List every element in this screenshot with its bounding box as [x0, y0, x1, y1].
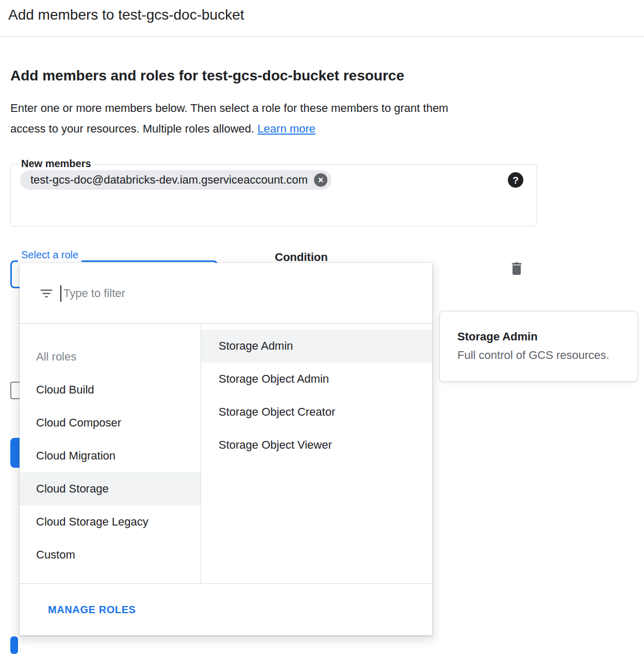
role-option-storage-object-viewer[interactable]: Storage Object Viewer — [201, 429, 432, 462]
dialog-header: Add members to test-gcs-doc-bucket — [0, 0, 644, 37]
role-category-list: All roles Cloud Build Cloud Composer Clo… — [20, 324, 201, 583]
tooltip-title: Storage Admin — [457, 330, 621, 343]
description-line1: Enter one or more members below. Then se… — [10, 102, 448, 114]
role-option-storage-admin[interactable]: Storage Admin — [201, 330, 432, 363]
category-custom[interactable]: Custom — [20, 538, 201, 571]
tooltip-description: Full control of GCS resources. — [457, 349, 621, 362]
role-filter-input[interactable] — [62, 286, 384, 301]
category-cloud-storage-legacy[interactable]: Cloud Storage Legacy — [20, 505, 201, 538]
role-picker-footer: MANAGE ROLES — [20, 583, 432, 635]
trash-icon — [508, 260, 525, 277]
hidden-blue-button-bottom-fragment[interactable] — [10, 636, 18, 654]
role-option-storage-object-admin[interactable]: Storage Object Admin — [201, 363, 432, 396]
description-line2: access to your resources. Multiple roles… — [10, 122, 254, 135]
chip-remove-icon[interactable]: × — [314, 173, 327, 187]
section-heading: Add members and roles for test-gcs-doc-b… — [10, 68, 404, 84]
text-cursor — [60, 285, 61, 302]
page-title: Add members to test-gcs-doc-bucket — [8, 7, 244, 23]
condition-header: Condition — [275, 251, 328, 264]
add-members-dialog: Add members to test-gcs-doc-bucket Add m… — [0, 0, 644, 656]
role-picker-panel: All roles Cloud Build Cloud Composer Clo… — [20, 263, 432, 635]
learn-more-link[interactable]: Learn more — [257, 122, 316, 135]
category-all-roles[interactable]: All roles — [20, 340, 201, 373]
member-chip[interactable]: test-gcs-doc@databricks-dev.iam.gservice… — [20, 170, 332, 190]
filter-icon — [39, 286, 54, 301]
role-option-list: Storage Admin Storage Object Admin Stora… — [201, 324, 432, 583]
help-icon[interactable]: ? — [508, 172, 523, 188]
form-description: Enter one or more members below. Then se… — [10, 98, 448, 139]
new-members-label: New members — [18, 158, 94, 170]
member-chip-text: test-gcs-doc@databricks-dev.iam.gservice… — [30, 173, 308, 187]
category-cloud-composer[interactable]: Cloud Composer — [20, 406, 201, 439]
role-picker-body: All roles Cloud Build Cloud Composer Clo… — [20, 324, 432, 583]
category-cloud-migration[interactable]: Cloud Migration — [20, 439, 201, 472]
role-option-storage-object-creator[interactable]: Storage Object Creator — [201, 396, 432, 429]
manage-roles-button[interactable]: MANAGE ROLES — [48, 604, 136, 616]
category-cloud-build[interactable]: Cloud Build — [20, 373, 201, 406]
new-members-field[interactable]: New members test-gcs-doc@databricks-dev.… — [10, 164, 537, 226]
role-filter-bar — [20, 263, 432, 324]
role-tooltip: Storage Admin Full control of GCS resour… — [439, 311, 638, 382]
delete-role-button[interactable] — [508, 260, 525, 277]
category-cloud-storage[interactable]: Cloud Storage — [20, 472, 201, 505]
